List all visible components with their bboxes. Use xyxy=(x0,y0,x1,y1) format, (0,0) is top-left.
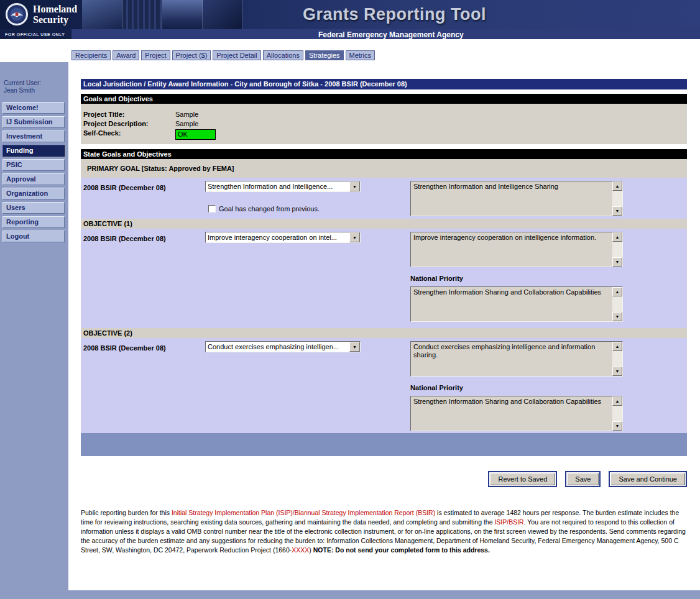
sidebar-item-funding[interactable]: Funding xyxy=(2,145,65,157)
dhs-wordmark: Homeland Security xyxy=(33,4,77,25)
sidebar: Current User: Jean Smith Welcome! IJ Sub… xyxy=(0,62,68,245)
sidebar-item-reporting[interactable]: Reporting xyxy=(2,216,65,228)
agency-subtitle: Federal Emergency Management Agency xyxy=(318,30,464,39)
tab-project-dollar[interactable]: Project ($) xyxy=(172,50,211,60)
header-photo-4 xyxy=(203,0,243,29)
sidebar-item-ij-submission[interactable]: IJ Submission xyxy=(2,116,65,128)
primary-goal-select[interactable]: Strengthen Information and Intelligence.… xyxy=(205,181,361,192)
dhs-wordmark-line1: Homeland xyxy=(33,4,77,14)
sidebar-item-investment[interactable]: Investment xyxy=(2,130,65,142)
tab-recipients[interactable]: Recipients xyxy=(71,50,111,60)
header-banner: Homeland Security Grants Reporting Tool xyxy=(0,0,700,29)
section-goals-objectives: Goals and Objectives xyxy=(81,94,687,104)
sidebar-item-approval[interactable]: Approval xyxy=(2,173,65,185)
objective1-period-label: 2008 BSIR (December 08) xyxy=(83,235,166,242)
content: Local Jurisdiction / Entity Award Inform… xyxy=(81,79,687,555)
goal-changed-checkbox[interactable] xyxy=(208,205,216,213)
scroll-down-icon[interactable]: ▼ xyxy=(612,312,622,321)
sidebar-item-users[interactable]: Users xyxy=(2,202,65,214)
omb-number-placeholder: XXXX xyxy=(292,546,309,554)
project-title-label: Project Title: xyxy=(83,110,175,119)
tab-project-detail[interactable]: Project Detail xyxy=(213,50,260,60)
section-state-goals: State Goals and Objectives xyxy=(81,149,687,159)
objective2-section: 2008 BSIR (December 08) Conduct exercise… xyxy=(81,338,687,433)
scroll-down-icon[interactable]: ▼ xyxy=(612,257,622,267)
header-photo-montage xyxy=(82,0,242,29)
tab-project[interactable]: Project xyxy=(141,50,170,60)
header-photo-2 xyxy=(122,0,163,29)
objective1-text-value: Improve interagency cooperation on intel… xyxy=(411,232,612,267)
save-button[interactable]: Save xyxy=(567,473,599,485)
isip-bsir-full-link[interactable]: Initial Strategy Implementation Plan (IS… xyxy=(172,509,435,516)
primary-goal-select-value: Strengthen Information and Intelligence.… xyxy=(206,183,349,190)
tab-metrics[interactable]: Metrics xyxy=(346,50,375,60)
tab-strategies[interactable]: Strategies xyxy=(305,50,344,60)
objective2-text-value: Conduct exercises emphasizing intelligen… xyxy=(411,342,612,376)
goal-changed-label: Goal has changed from previous. xyxy=(219,205,320,213)
sidebar-item-welcome[interactable]: Welcome! xyxy=(2,102,65,114)
save-and-continue-button[interactable]: Save and Continue xyxy=(610,473,685,485)
form-footer-band xyxy=(81,433,687,456)
objective2-select-value: Conduct exercises emphasizing intelligen… xyxy=(206,343,349,350)
tab-award[interactable]: Award xyxy=(113,50,139,60)
self-check-label: Self-Check: xyxy=(83,129,175,138)
dropdown-arrow-icon[interactable]: ▼ xyxy=(349,232,360,242)
project-description-label: Project Description: xyxy=(83,119,175,129)
scroll-up-icon[interactable]: ▲ xyxy=(612,396,622,406)
primary-goal-text-value: Strengthen Information and Intelligence … xyxy=(411,181,612,216)
top-tabbar: Recipients Award Project Project ($) Pro… xyxy=(0,39,700,62)
dhs-seal-icon xyxy=(5,2,29,26)
objective2-select[interactable]: Conduct exercises emphasizing intelligen… xyxy=(205,341,361,352)
current-user-label: Current User: xyxy=(4,80,68,87)
scrollbar[interactable]: ▲ ▼ xyxy=(612,342,622,376)
goal-changed-row: Goal has changed from previous. xyxy=(208,205,320,213)
sidebar-item-logout[interactable]: Logout xyxy=(2,231,65,242)
scroll-up-icon[interactable]: ▲ xyxy=(612,232,622,242)
scroll-down-icon[interactable]: ▼ xyxy=(612,367,622,376)
objective1-national-priority-value: Strengthen Information Sharing and Colla… xyxy=(411,287,612,321)
project-description-row: Project Description: Sample xyxy=(83,119,687,129)
revert-to-saved-button[interactable]: Revert to Saved xyxy=(490,473,555,485)
app-title: Grants Reporting Tool xyxy=(303,5,486,24)
objective2-text[interactable]: Conduct exercises emphasizing intelligen… xyxy=(410,341,623,377)
objective1-select[interactable]: Improve interagency cooperation on intel… xyxy=(205,232,361,243)
objective2-header: OBJECTIVE (2) xyxy=(81,328,687,338)
page-title: Local Jurisdiction / Entity Award Inform… xyxy=(81,79,687,89)
sidebar-item-organization[interactable]: Organization xyxy=(2,188,65,199)
project-info-panel: Project Title: Sample Project Descriptio… xyxy=(81,104,687,144)
dropdown-arrow-icon[interactable]: ▼ xyxy=(349,342,360,352)
scrollbar[interactable]: ▲ ▼ xyxy=(612,396,622,431)
primary-goal-header: PRIMARY GOAL [Status: Approved by FEMA] xyxy=(81,159,687,178)
project-title-row: Project Title: Sample xyxy=(83,110,687,119)
primary-goal-section: 2008 BSIR (December 08) Strengthen Infor… xyxy=(81,178,687,219)
objective2-national-priority-label: National Priority xyxy=(410,384,463,391)
burden-text: Public reporting burden for this xyxy=(81,509,172,516)
sidebar-item-psic[interactable]: PSIC xyxy=(2,159,65,171)
objective2-national-priority-text[interactable]: Strengthen Information Sharing and Colla… xyxy=(410,396,623,431)
action-buttons: Revert to Saved Save Save and Continue xyxy=(81,471,687,487)
header-photo-1 xyxy=(82,0,122,29)
objective2-period-label: 2008 BSIR (December 08) xyxy=(83,344,166,352)
objective1-text[interactable]: Improve interagency cooperation on intel… xyxy=(410,232,623,267)
fouo-block: FOR OFFICIAL USE ONLY xyxy=(0,29,71,39)
scroll-up-icon[interactable]: ▲ xyxy=(612,342,622,351)
scroll-up-icon[interactable]: ▲ xyxy=(612,287,622,296)
self-check-row: Self-Check: OK xyxy=(83,129,687,140)
isip-bsir-link[interactable]: ISIP/BSIR xyxy=(494,518,523,526)
tab-allocations[interactable]: Allocations xyxy=(263,50,303,60)
current-user-name: Jean Smith xyxy=(4,87,68,94)
scroll-down-icon[interactable]: ▼ xyxy=(612,421,622,431)
scroll-down-icon[interactable]: ▼ xyxy=(612,206,622,216)
dhs-logo: Homeland Security xyxy=(5,2,77,26)
scrollbar[interactable]: ▲ ▼ xyxy=(612,181,622,216)
dropdown-arrow-icon[interactable]: ▼ xyxy=(349,181,360,191)
objective1-section: 2008 BSIR (December 08) Improve interage… xyxy=(81,229,687,328)
header-subbar: FOR OFFICIAL USE ONLY Federal Emergency … xyxy=(0,29,700,39)
scrollbar[interactable]: ▲ ▼ xyxy=(612,287,622,321)
objective1-national-priority-text[interactable]: Strengthen Information Sharing and Colla… xyxy=(410,286,623,322)
objective1-header: OBJECTIVE (1) xyxy=(81,219,687,229)
scroll-up-icon[interactable]: ▲ xyxy=(612,181,622,191)
burden-statement: Public reporting burden for this Initial… xyxy=(81,508,687,555)
primary-goal-text[interactable]: Strengthen Information and Intelligence … xyxy=(410,181,623,216)
scrollbar[interactable]: ▲ ▼ xyxy=(612,232,622,267)
